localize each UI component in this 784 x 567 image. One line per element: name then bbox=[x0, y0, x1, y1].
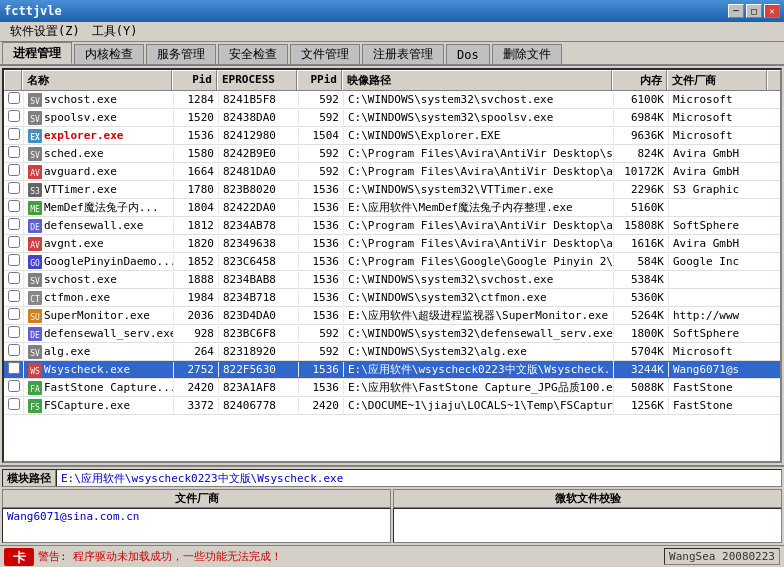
row-vendor: Microsoft bbox=[669, 110, 769, 125]
svg-text:SV: SV bbox=[30, 97, 40, 106]
table-row[interactable]: EX explorer.exe 1536 82412980 1504 C:\WI… bbox=[4, 127, 780, 145]
table-row[interactable]: AV avgnt.exe 1820 82349638 1536 C:\Progr… bbox=[4, 235, 780, 253]
menu-tools[interactable]: 工具(Y) bbox=[86, 21, 144, 42]
row-mem: 6984K bbox=[614, 110, 669, 125]
close-button[interactable]: ✕ bbox=[764, 4, 780, 18]
row-check[interactable] bbox=[4, 271, 24, 288]
row-ppid: 592 bbox=[299, 344, 344, 359]
header-path[interactable]: 映像路径 bbox=[342, 70, 612, 90]
row-path: E:\应用软件\FastStone Capture_JPG品质100.exe bbox=[344, 379, 614, 396]
header-ppid[interactable]: PPid bbox=[297, 70, 342, 90]
row-check[interactable] bbox=[4, 199, 24, 216]
row-check[interactable] bbox=[4, 145, 24, 162]
row-check[interactable] bbox=[4, 127, 24, 144]
svg-text:DE: DE bbox=[30, 223, 40, 232]
tab-file[interactable]: 文件管理 bbox=[290, 44, 360, 64]
row-check[interactable] bbox=[4, 307, 24, 324]
row-mem: 6100K bbox=[614, 92, 669, 107]
table-row[interactable]: GO GooglePinyinDaemo... 1852 823C6458 15… bbox=[4, 253, 780, 271]
row-eprocess: 82318920 bbox=[219, 344, 299, 359]
row-check[interactable] bbox=[4, 379, 24, 396]
row-name: EX explorer.exe bbox=[24, 128, 174, 144]
row-mem: 2296K bbox=[614, 182, 669, 197]
row-check[interactable] bbox=[4, 163, 24, 180]
header-vendor[interactable]: 文件厂商 bbox=[667, 70, 767, 90]
row-mem: 5088K bbox=[614, 380, 669, 395]
row-check[interactable] bbox=[4, 325, 24, 342]
tab-registry[interactable]: 注册表管理 bbox=[362, 44, 444, 64]
table-row[interactable]: AV avguard.exe 1664 82481DA0 592 C:\Prog… bbox=[4, 163, 780, 181]
row-pid: 3372 bbox=[174, 398, 219, 413]
module-path-value: E:\应用软件\wsyscheck0223中文版\Wsyscheck.exe bbox=[56, 469, 782, 487]
row-path: E:\应用软件\MemDef魔法兔子内存整理.exe bbox=[344, 199, 614, 216]
row-check[interactable] bbox=[4, 91, 24, 108]
row-path: C:\Program Files\Avira\AntiVir Desktop\a… bbox=[344, 218, 614, 233]
row-check[interactable] bbox=[4, 217, 24, 234]
table-row[interactable]: SV svchost.exe 1284 8241B5F8 592 C:\WIND… bbox=[4, 91, 780, 109]
svg-text:GO: GO bbox=[30, 259, 40, 268]
row-name: DE defensewall_serv.exe bbox=[24, 326, 174, 342]
row-ppid: 2420 bbox=[299, 398, 344, 413]
table-row[interactable]: SV svchost.exe 1888 8234BAB8 1536 C:\WIN… bbox=[4, 271, 780, 289]
tab-service[interactable]: 服务管理 bbox=[146, 44, 216, 64]
vendor-value: Wang6071@sina.com.cn bbox=[2, 508, 391, 543]
row-vendor: SoftSphere bbox=[669, 218, 769, 233]
row-ppid: 592 bbox=[299, 326, 344, 341]
table-row[interactable]: S3 VTTimer.exe 1780 823B8020 1536 C:\WIN… bbox=[4, 181, 780, 199]
row-check[interactable] bbox=[4, 109, 24, 126]
row-mem: 10172K bbox=[614, 164, 669, 179]
row-path: E:\应用软件\超级进程监视器\SuperMonitor.exe bbox=[344, 307, 614, 324]
table-body[interactable]: SV svchost.exe 1284 8241B5F8 592 C:\WIND… bbox=[4, 91, 780, 461]
row-check[interactable] bbox=[4, 235, 24, 252]
row-ppid: 1536 bbox=[299, 362, 344, 377]
header-eprocess[interactable]: EPROCESS bbox=[217, 70, 297, 90]
row-pid: 1664 bbox=[174, 164, 219, 179]
minimize-button[interactable]: ─ bbox=[728, 4, 744, 18]
row-check[interactable] bbox=[4, 397, 24, 414]
menu-settings[interactable]: 软件设置(Z) bbox=[4, 21, 86, 42]
row-ppid: 592 bbox=[299, 110, 344, 125]
header-pid[interactable]: Pid bbox=[172, 70, 217, 90]
row-check[interactable] bbox=[4, 343, 24, 360]
tab-security[interactable]: 安全检查 bbox=[218, 44, 288, 64]
row-check[interactable] bbox=[4, 253, 24, 270]
row-name: FS FSCapture.exe bbox=[24, 398, 174, 414]
table-row[interactable]: SU SuperMonitor.exe 2036 823D4DA0 1536 E… bbox=[4, 307, 780, 325]
row-ppid: 1536 bbox=[299, 218, 344, 233]
tab-delete[interactable]: 删除文件 bbox=[492, 44, 562, 64]
tab-process[interactable]: 进程管理 bbox=[2, 42, 72, 64]
table-row[interactable]: DE defensewall.exe 1812 8234AB78 1536 C:… bbox=[4, 217, 780, 235]
table-row[interactable]: SV sched.exe 1580 8242B9E0 592 C:\Progra… bbox=[4, 145, 780, 163]
row-eprocess: 823B8020 bbox=[219, 182, 299, 197]
row-ppid: 592 bbox=[299, 146, 344, 161]
row-vendor: Avira GmbH bbox=[669, 236, 769, 251]
header-name[interactable]: 名称 bbox=[22, 70, 172, 90]
table-row[interactable]: CT ctfmon.exe 1984 8234B718 1536 C:\WIND… bbox=[4, 289, 780, 307]
table-row[interactable]: WS Wsyscheck.exe 2752 822F5630 1536 E:\应… bbox=[4, 361, 780, 379]
header-mem[interactable]: 内存 bbox=[612, 70, 667, 90]
row-check[interactable] bbox=[4, 289, 24, 306]
row-path: C:\Program Files\Google\Google Pinyin 2\… bbox=[344, 254, 614, 269]
svg-text:CT: CT bbox=[30, 295, 40, 304]
row-path: C:\WINDOWS\system32\spoolsv.exe bbox=[344, 110, 614, 125]
status-version: WangSea 20080223 bbox=[664, 548, 780, 565]
row-check[interactable] bbox=[4, 181, 24, 198]
row-vendor bbox=[669, 279, 769, 281]
row-eprocess: 823D4DA0 bbox=[219, 308, 299, 323]
row-mem: 5704K bbox=[614, 344, 669, 359]
table-row[interactable]: FA FastStone Capture.... 2420 823A1AF8 1… bbox=[4, 379, 780, 397]
vendor-col: 文件厂商 Wang6071@sina.com.cn bbox=[2, 489, 391, 543]
table-row[interactable]: ME MemDef魔法兔子内... 1804 82422DA0 1536 E:\… bbox=[4, 199, 780, 217]
tab-dos[interactable]: Dos bbox=[446, 44, 490, 64]
process-table: 名称 Pid EPROCESS PPid 映像路径 内存 文件厂商 SV svc… bbox=[2, 68, 782, 463]
maximize-button[interactable]: □ bbox=[746, 4, 762, 18]
table-row[interactable]: FS FSCapture.exe 3372 82406778 2420 C:\D… bbox=[4, 397, 780, 415]
row-eprocess: 8241B5F8 bbox=[219, 92, 299, 107]
table-row[interactable]: DE defensewall_serv.exe 928 823BC6F8 592… bbox=[4, 325, 780, 343]
tab-kernel[interactable]: 内核检查 bbox=[74, 44, 144, 64]
row-check[interactable] bbox=[4, 361, 24, 378]
table-row[interactable]: SV alg.exe 264 82318920 592 C:\WINDOWS\S… bbox=[4, 343, 780, 361]
svg-text:AV: AV bbox=[30, 169, 40, 178]
row-vendor: Microsoft bbox=[669, 128, 769, 143]
table-row[interactable]: SV spoolsv.exe 1520 82438DA0 592 C:\WIND… bbox=[4, 109, 780, 127]
